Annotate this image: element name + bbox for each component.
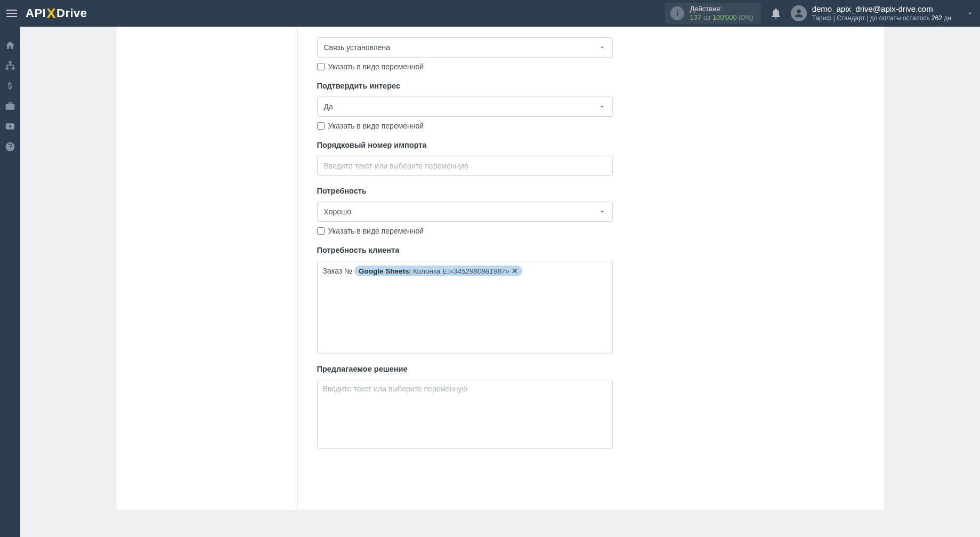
chevron-down-icon xyxy=(966,10,974,17)
input-import-number[interactable] xyxy=(317,156,613,176)
user-menu[interactable]: demo_apix_drive@apix-drive.com Тариф | С… xyxy=(791,4,974,22)
actions-label: Действия: xyxy=(690,5,753,13)
checkbox-as-variable-1[interactable]: Указать в виде переменной xyxy=(317,62,613,71)
svg-rect-1 xyxy=(9,61,12,63)
svg-point-0 xyxy=(797,10,800,13)
rich-placeholder: Введите текст или выберите переменную xyxy=(323,384,467,393)
select-connection-status[interactable]: Связь установлена xyxy=(317,37,613,58)
help-icon[interactable] xyxy=(4,141,16,153)
field-import-number: Порядковый номер импорта xyxy=(317,141,613,176)
actions-limit: 100'000 xyxy=(712,13,737,21)
briefcase-icon[interactable] xyxy=(4,100,16,112)
actions-text: Действия: 137 из 100'000 (0%) xyxy=(690,5,753,21)
user-info: demo_apix_drive@apix-drive.com Тариф | С… xyxy=(812,4,951,22)
tag-sep: | Колонка E: xyxy=(409,267,450,275)
chevron-down-icon xyxy=(598,103,606,110)
home-icon[interactable] xyxy=(4,39,16,51)
richbox-proposed-solution[interactable]: Введите текст или выберите переменную xyxy=(317,380,613,449)
sidebar xyxy=(0,27,20,537)
actions-counter[interactable]: i Действия: 137 из 100'000 (0%) xyxy=(665,3,760,23)
user-tariff: Тариф | Стандарт | до оплаты осталось 26… xyxy=(812,14,951,22)
field-confirm-interest: Подтвердить интерес Да Указать в виде пе… xyxy=(317,82,613,130)
form-panel: Связь установлена Указать в виде перемен… xyxy=(298,27,884,510)
logo-drive: Drive xyxy=(56,6,87,20)
logo[interactable]: API X Drive xyxy=(26,5,87,22)
field-client-need: Потребность клиента Заказ № Google Sheet… xyxy=(317,246,613,354)
field-label: Потребность клиента xyxy=(317,246,613,254)
checkbox-input[interactable] xyxy=(317,227,325,235)
field-label: Подтвердить интерес xyxy=(317,82,613,90)
checkbox-label: Указать в виде переменной xyxy=(328,62,424,71)
field-label: Потребность xyxy=(317,187,613,195)
youtube-icon[interactable] xyxy=(4,121,16,132)
rich-prefix: Заказ № xyxy=(323,267,355,275)
logo-api: API xyxy=(26,6,46,20)
tag-value: «3452980981987» xyxy=(449,267,509,275)
field-connection-status: Связь установлена Указать в виде перемен… xyxy=(317,37,613,71)
checkbox-as-variable-2[interactable]: Указать в виде переменной xyxy=(317,122,613,130)
dollar-icon[interactable] xyxy=(4,80,16,92)
checkbox-label: Указать в виде переменной xyxy=(328,227,424,235)
field-proposed-solution: Предлагаемое решение Введите текст или в… xyxy=(317,365,613,449)
logo-x: X xyxy=(46,5,56,22)
chevron-down-icon xyxy=(598,44,606,51)
select-value: Да xyxy=(324,102,333,111)
tag-remove-icon[interactable]: ✕ xyxy=(512,267,518,275)
actions-count: 137 xyxy=(690,13,701,21)
checkbox-input[interactable] xyxy=(317,122,325,130)
select-need[interactable]: Хорошо xyxy=(317,202,613,222)
select-value: Хорошо xyxy=(324,207,352,216)
avatar-icon xyxy=(791,5,807,21)
bell-icon[interactable] xyxy=(770,7,782,20)
select-confirm-interest[interactable]: Да xyxy=(317,97,613,117)
main-content: Связь установлена Указать в виде перемен… xyxy=(20,27,980,537)
chevron-down-icon xyxy=(598,208,606,215)
variable-tag[interactable]: Google Sheets | Колонка E: «345298098198… xyxy=(354,266,522,276)
field-label: Предлагаемое решение xyxy=(317,365,613,373)
field-need: Потребность Хорошо Указать в виде переме… xyxy=(317,187,613,235)
checkbox-label: Указать в виде переменной xyxy=(328,122,424,130)
info-icon: i xyxy=(670,6,684,20)
menu-toggle[interactable] xyxy=(6,7,19,20)
left-panel xyxy=(117,27,298,510)
checkbox-as-variable-3[interactable]: Указать в виде переменной xyxy=(317,227,613,235)
richbox-client-need[interactable]: Заказ № Google Sheets | Колонка E: «3452… xyxy=(317,261,613,354)
tag-source: Google Sheets xyxy=(359,267,409,275)
field-label: Порядковый номер импорта xyxy=(317,141,613,149)
sitemap-icon[interactable] xyxy=(4,60,16,71)
header: API X Drive i Действия: 137 из 100'000 (… xyxy=(0,0,980,27)
user-email: demo_apix_drive@apix-drive.com xyxy=(812,4,951,14)
actions-percent: (0%) xyxy=(739,13,753,21)
select-value: Связь установлена xyxy=(324,43,391,52)
svg-rect-2 xyxy=(6,67,9,69)
checkbox-input[interactable] xyxy=(317,63,325,70)
svg-rect-3 xyxy=(12,67,14,69)
